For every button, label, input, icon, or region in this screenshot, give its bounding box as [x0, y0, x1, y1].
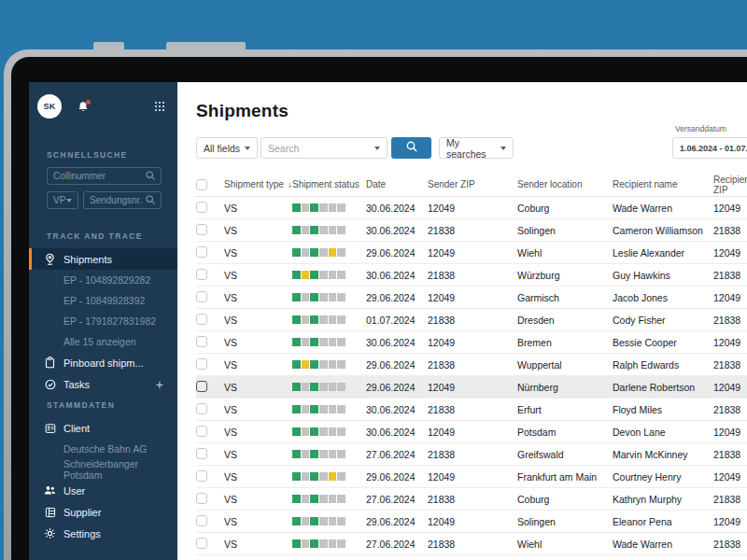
add-task-button[interactable]: + — [156, 378, 163, 391]
row-checkbox[interactable] — [196, 224, 207, 235]
cell-sender-zip: 12049 — [428, 337, 517, 348]
sidebar-item-shipments[interactable]: Shipments — [29, 248, 177, 270]
cell-date: 30.06.2024 — [366, 404, 428, 415]
table-row[interactable]: VS 30.06.2024 12049 Potsdam Devon Lane 1… — [196, 421, 747, 443]
table-row[interactable]: VS 29.06.2024 12049 Wiehl Leslie Alexand… — [196, 242, 747, 264]
row-checkbox[interactable] — [196, 202, 207, 213]
row-checkbox[interactable] — [196, 538, 207, 549]
column-header-sender-zip[interactable]: Sender ZIP — [428, 179, 517, 189]
field-selector[interactable]: All fields — [196, 137, 258, 159]
colli-number-input[interactable]: Collinummer — [47, 167, 162, 185]
select-all-checkbox[interactable] — [196, 179, 207, 190]
table-row[interactable]: VS 29.06.2024 12049 Solingen Eleanor Pen… — [196, 511, 747, 533]
sidebar-item-show-all[interactable]: Alle 15 anzeigen — [29, 331, 177, 352]
status-segment — [310, 271, 318, 279]
page-title: Shipments — [196, 101, 747, 121]
table-row[interactable]: VS 27.06.2024 21838 Greifswald Marvin Mc… — [196, 443, 747, 466]
status-segment — [337, 203, 345, 212]
table-row[interactable]: VS 24.06.2024 12049 Würzburg Cameron Wil… — [196, 555, 747, 560]
sidebar-item-supplier[interactable]: Supplier — [29, 501, 177, 523]
row-checkbox[interactable] — [196, 493, 207, 504]
table-row[interactable]: VS 30.06.2024 21838 Würzburg Guy Hawkins… — [196, 264, 747, 287]
search-icon — [146, 195, 155, 206]
table-row[interactable]: VS 30.06.2024 12049 Bremen Bessie Cooper… — [196, 331, 747, 354]
table-row[interactable]: VS 30.06.2024 12049 Coburg Wade Warren 1… — [196, 197, 747, 219]
sidebar-item-settings[interactable]: Settings — [29, 523, 177, 544]
search-icon — [406, 141, 417, 155]
cell-date: 30.06.2024 — [366, 225, 428, 236]
row-checkbox[interactable] — [196, 336, 207, 347]
status-segment — [292, 248, 301, 257]
row-checkbox[interactable] — [196, 381, 207, 392]
status-segment — [302, 427, 310, 436]
row-checkbox[interactable] — [196, 358, 207, 370]
cell-date: 30.06.2024 — [366, 427, 428, 438]
date-range-input[interactable]: 1.06.2024 - 01.07.2024 — [672, 137, 747, 159]
sidebar-item-tasks[interactable]: Tasks + — [29, 373, 177, 395]
column-header-date[interactable]: Date — [366, 179, 428, 189]
sidebar-item-ep-shipment[interactable]: EP - 104892829282 — [29, 270, 177, 290]
cell-date: 29.06.2024 — [366, 471, 428, 483]
cell-recipient-zip: 21838 — [713, 449, 747, 460]
status-segment — [329, 360, 337, 369]
table-row[interactable]: VS 27.06.2024 21838 Coburg Kathryn Murph… — [196, 488, 747, 511]
row-checkbox[interactable] — [196, 448, 207, 459]
cell-recipient-name: Kathryn Murphy — [613, 494, 713, 505]
column-header-recipient-zip[interactable]: Recipient ZIP — [713, 175, 747, 195]
status-segment — [319, 472, 328, 481]
row-checkbox[interactable] — [196, 470, 207, 482]
sidebar-item-client[interactable]: Client — [29, 417, 177, 439]
table-row[interactable]: VS 30.06.2024 21838 Erfurt Floyd Miles 2… — [196, 399, 747, 421]
status-segment — [337, 517, 345, 525]
screen: SK SCHNELLSUCHE Collinummer — [29, 82, 747, 560]
status-segment — [329, 539, 337, 548]
status-segment — [319, 203, 328, 212]
column-header-recipient-name[interactable]: Recipient name — [613, 179, 713, 189]
cell-recipient-zip: 12049 — [713, 203, 747, 214]
table-row[interactable]: VS 29.06.2024 12049 Garmisch Jacob Jones… — [196, 287, 747, 309]
search-button[interactable] — [391, 137, 431, 159]
table-row[interactable]: VS 29.06.2024 21838 Wuppertal Ralph Edwa… — [196, 354, 747, 376]
table-row[interactable]: VS 01.07.2024 21838 Dresden Cody Fisher … — [196, 309, 747, 331]
status-segment — [310, 315, 318, 324]
row-checkbox[interactable] — [196, 246, 207, 258]
cell-recipient-zip: 21838 — [713, 494, 747, 505]
avatar[interactable]: SK — [37, 94, 62, 119]
column-header-sender-location[interactable]: Sender location — [517, 179, 613, 189]
table-row[interactable]: VS 30.06.2024 21838 Solingen Cameron Wil… — [196, 219, 747, 242]
table-row[interactable]: VS 29.06.2024 12049 Frankfurt am Main Co… — [196, 466, 747, 488]
column-header-shipment-type[interactable]: Shipment type ↓ — [224, 179, 292, 189]
row-checkbox[interactable] — [196, 291, 207, 302]
status-segment — [292, 271, 301, 279]
row-checkbox[interactable] — [196, 515, 207, 526]
row-checkbox[interactable] — [196, 269, 207, 280]
column-header-shipment-status[interactable]: Shipment status — [292, 179, 366, 189]
cell-date: 30.06.2024 — [366, 270, 428, 281]
row-checkbox[interactable] — [196, 314, 207, 325]
table-row[interactable]: VS 29.06.2024 12049 Nürnberg Darlene Rob… — [196, 376, 747, 399]
search-input[interactable]: Search — [261, 137, 388, 159]
chevron-down-icon — [500, 147, 506, 150]
cell-shipment-status — [292, 427, 366, 438]
sidebar-item-user[interactable]: User — [29, 480, 177, 501]
shipment-number-input[interactable]: Sendungsnr. — [83, 191, 162, 209]
notification-dot — [86, 100, 91, 105]
vp-select[interactable]: VP — [47, 191, 78, 209]
cell-sender-zip: 12049 — [428, 471, 517, 483]
sidebar-subitem-client[interactable]: Deutsche Bahn AG — [29, 439, 177, 459]
bell-icon[interactable] — [78, 101, 89, 113]
row-checkbox[interactable] — [196, 403, 207, 414]
sidebar-subitem-client[interactable]: Schneiderbanger Potsdam — [29, 459, 177, 480]
my-searches-select[interactable]: My searches — [439, 137, 514, 159]
status-segment — [337, 226, 345, 234]
sidebar-item-ep-shipment[interactable]: EP - 10849928392 — [29, 290, 177, 311]
status-segment — [319, 383, 328, 391]
sidebar-item-ep-shipment[interactable]: EP - 1791827831982 — [29, 311, 177, 331]
status-bar — [292, 315, 345, 324]
apps-grid-icon[interactable] — [155, 102, 165, 112]
sidebar-item-pinboard[interactable]: Pinboard shipm... — [29, 352, 177, 373]
row-checkbox[interactable] — [196, 426, 207, 437]
cell-date: 01.07.2024 — [366, 315, 428, 326]
cell-shipment-type: VS — [224, 359, 292, 371]
table-row[interactable]: VS 27.06.2024 21838 Wiehl Wade Warren 21… — [196, 533, 747, 555]
